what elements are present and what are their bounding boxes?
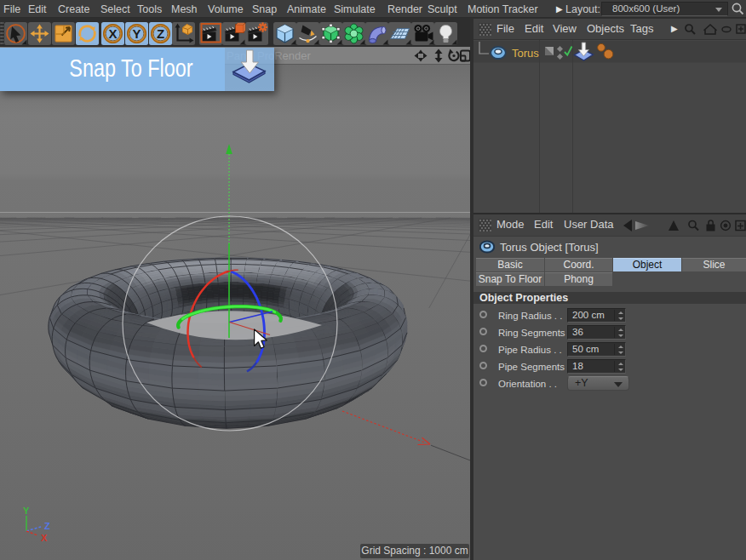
svg-text:X: X (41, 533, 48, 543)
svg-text:Z: Z (44, 521, 50, 531)
svg-text:X: X (108, 26, 117, 41)
svg-text:Y: Y (132, 26, 141, 41)
svg-text:Y: Y (23, 506, 30, 516)
svg-text:Torus: Torus (512, 47, 539, 60)
svg-text:Z: Z (157, 26, 164, 41)
